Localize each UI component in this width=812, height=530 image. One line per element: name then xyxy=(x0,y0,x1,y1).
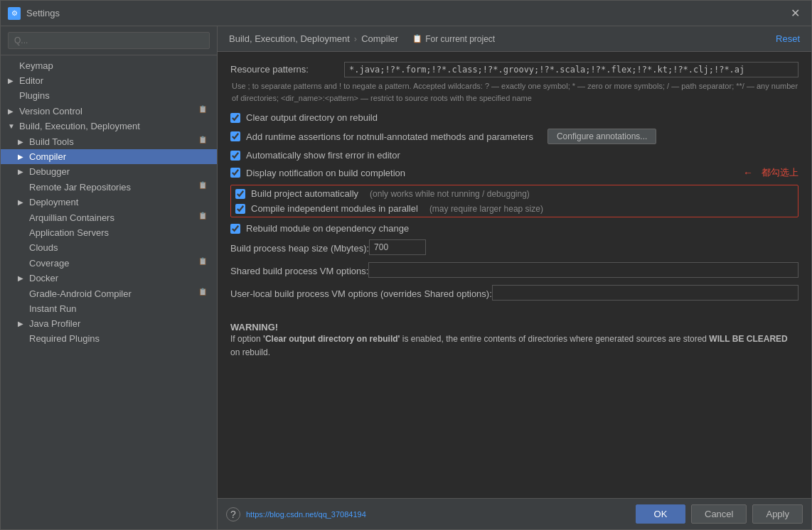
window-title: Settings xyxy=(26,8,786,18)
bottom-bar: ? https://blog.csdn.net/qq_37084194 OK C… xyxy=(218,498,811,529)
checkbox-rebuild-dependency: Rebuild module on dependency change xyxy=(230,223,798,234)
badge-icon: 📋 xyxy=(198,105,210,117)
main-content: Keymap ▶ Editor Plugins ▶ Version Contro… xyxy=(1,26,811,529)
clear-output-checkbox[interactable] xyxy=(230,113,240,123)
sidebar-item-arquillian[interactable]: Arquillian Containers 📋 xyxy=(1,210,217,225)
sidebar-item-java-profiler[interactable]: ▶ Java Profiler xyxy=(1,316,217,331)
sidebar-item-instant-run[interactable]: Instant Run xyxy=(1,301,217,316)
add-runtime-checkbox[interactable] xyxy=(230,131,240,141)
right-panel: Build, Execution, Deployment › Compiler … xyxy=(218,26,811,529)
sidebar-item-editor[interactable]: ▶ Editor xyxy=(1,73,217,88)
chevron-down-icon: ▼ xyxy=(8,122,18,130)
panel-body: Resource patterns: Use ; to separate pat… xyxy=(218,52,811,498)
sidebar-item-debugger[interactable]: ▶ Debugger xyxy=(1,164,217,179)
resource-patterns-input[interactable] xyxy=(344,62,798,77)
badge-icon: 📋 xyxy=(198,257,210,269)
sidebar-item-build-tools[interactable]: ▶ Build Tools 📋 xyxy=(1,134,217,149)
arrow-annotation-icon: ← xyxy=(743,167,753,178)
sidebar-item-label: Arquillian Containers xyxy=(29,212,114,223)
breadcrumb-part1: Build, Execution, Deployment xyxy=(229,33,350,44)
cancel-button[interactable]: Cancel xyxy=(691,504,747,524)
for-project-label: For current project xyxy=(425,34,495,44)
heap-size-input[interactable] xyxy=(369,239,426,255)
sidebar-item-coverage[interactable]: Coverage 📋 xyxy=(1,255,217,271)
chevron-right-icon: ▶ xyxy=(18,274,28,282)
chevron-right-icon: ▶ xyxy=(18,153,28,161)
sidebar-item-clouds[interactable]: Clouds xyxy=(1,240,217,255)
shared-vm-label: Shared build process VM options: xyxy=(230,264,368,276)
sidebar-item-remote-jar[interactable]: Remote Jar Repositories 📋 xyxy=(1,179,217,195)
ok-button[interactable]: OK xyxy=(636,504,685,524)
sidebar-item-keymap[interactable]: Keymap xyxy=(1,58,217,73)
add-runtime-label: Add runtime assertions for notnull-annot… xyxy=(246,131,533,142)
sidebar-item-compiler[interactable]: ▶ Compiler xyxy=(1,149,217,164)
nav-tree: Keymap ▶ Editor Plugins ▶ Version Contro… xyxy=(1,55,217,529)
compile-parallel-label: Compile independent modules in parallel xyxy=(251,203,418,214)
heap-size-row: Build process heap size (Mbytes): xyxy=(230,239,798,255)
compile-parallel-note: (may require larger heap size) xyxy=(429,204,543,214)
search-input[interactable] xyxy=(8,32,210,49)
shared-vm-input[interactable] xyxy=(368,262,798,278)
settings-window: ⚙ Settings ✕ Keymap ▶ Editor Plugins xyxy=(0,0,812,530)
help-button[interactable]: ? xyxy=(226,507,240,521)
breadcrumb: Build, Execution, Deployment › Compiler xyxy=(229,33,398,44)
sidebar-item-deployment[interactable]: ▶ Deployment xyxy=(1,195,217,210)
annotation-label: 都勾选上 xyxy=(762,166,798,179)
reset-button[interactable]: Reset xyxy=(776,33,800,44)
sidebar-item-label: Debugger xyxy=(29,166,70,177)
highlighted-checkboxes-box: Build project automatically (only works … xyxy=(230,185,798,217)
user-local-vm-label: User-local build process VM options (ove… xyxy=(230,286,492,299)
badge-icon: 📋 xyxy=(198,136,210,147)
sidebar-item-version-control[interactable]: ▶ Version Control 📋 xyxy=(1,103,217,119)
badge-icon: 📋 xyxy=(198,212,210,223)
badge-icon: 📋 xyxy=(198,181,210,193)
compile-parallel-checkbox[interactable] xyxy=(235,204,245,214)
sidebar-item-label: Clouds xyxy=(29,242,58,253)
sidebar-item-label: Keymap xyxy=(19,60,53,71)
user-local-vm-input[interactable] xyxy=(492,285,798,301)
rebuild-dependency-label: Rebuild module on dependency change xyxy=(246,223,409,234)
close-button[interactable]: ✕ xyxy=(786,5,804,21)
rebuild-dependency-checkbox[interactable] xyxy=(230,224,240,234)
warning-title: WARNING! xyxy=(230,322,798,332)
display-notification-label: Display notification on build completion xyxy=(246,168,405,178)
show-first-error-checkbox[interactable] xyxy=(230,151,240,161)
sidebar-item-label: Plugins xyxy=(19,90,50,101)
breadcrumb-separator: › xyxy=(354,33,357,44)
checkbox-build-auto: Build project automatically (only works … xyxy=(235,188,794,199)
configure-annotations-button[interactable]: Configure annotations... xyxy=(547,129,656,144)
url-hint: https://blog.csdn.net/qq_37084194 xyxy=(246,510,630,519)
hint-text: Use ; to separate patterns and ! to nega… xyxy=(230,80,798,104)
sidebar-item-gradle-android[interactable]: Gradle-Android Compiler 📋 xyxy=(1,286,217,301)
chevron-right-icon: ▶ xyxy=(18,198,28,206)
checkbox-clear-output: Clear output directory on rebuild xyxy=(230,112,798,123)
sidebar-item-label: Build, Execution, Deployment xyxy=(19,121,140,131)
sidebar-item-required-plugins[interactable]: Required Plugins xyxy=(1,331,217,346)
chevron-right-icon: ▶ xyxy=(18,168,28,175)
heap-size-label: Build process heap size (Mbytes): xyxy=(230,241,369,254)
sidebar-item-app-servers[interactable]: Application Servers xyxy=(1,225,217,240)
clipboard-icon: 📋 xyxy=(412,34,422,43)
clear-output-label: Clear output directory on rebuild xyxy=(246,112,378,123)
breadcrumb-part2: Compiler xyxy=(361,33,398,44)
build-auto-label: Build project automatically xyxy=(251,188,358,199)
sidebar-item-label: Build Tools xyxy=(29,136,74,147)
sidebar-item-label: Docker xyxy=(29,273,58,283)
build-auto-checkbox[interactable] xyxy=(235,189,245,199)
for-project: 📋 For current project xyxy=(412,34,495,44)
app-icon: ⚙ xyxy=(8,7,21,20)
display-notification-checkbox[interactable] xyxy=(230,168,240,178)
sidebar-item-docker[interactable]: ▶ Docker xyxy=(1,271,217,286)
show-first-error-label: Automatically show first error in editor xyxy=(246,150,400,161)
build-auto-note: (only works while not running / debuggin… xyxy=(370,189,530,199)
apply-button[interactable]: Apply xyxy=(752,504,803,524)
resource-patterns-row: Resource patterns: xyxy=(230,62,798,77)
sidebar-item-label: Application Servers xyxy=(29,227,109,238)
sidebar-item-label: Remote Jar Repositories xyxy=(29,182,131,193)
sidebar-item-build-execution[interactable]: ▼ Build, Execution, Deployment xyxy=(1,119,217,134)
sidebar-item-label: Java Profiler xyxy=(29,318,80,329)
checkbox-add-runtime: Add runtime assertions for notnull-annot… xyxy=(230,129,798,144)
checkbox-notification-row: Display notification on build completion… xyxy=(230,166,798,179)
panel-header: Build, Execution, Deployment › Compiler … xyxy=(218,26,811,52)
sidebar-item-plugins[interactable]: Plugins xyxy=(1,88,217,103)
